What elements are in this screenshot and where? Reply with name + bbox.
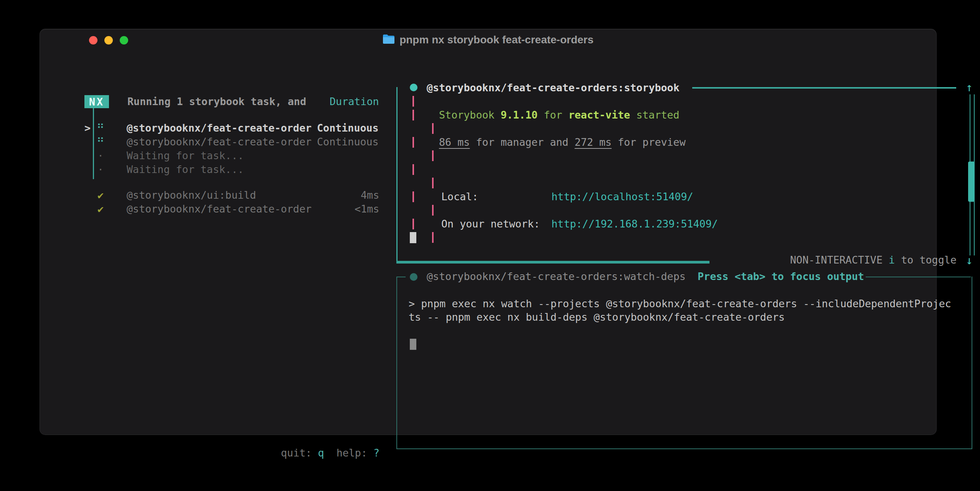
local-label: Local: (441, 190, 478, 204)
output-marker (432, 150, 434, 161)
toggle-key: i (889, 254, 895, 266)
storybook-version: 9.1.10 (501, 109, 538, 121)
task-list-header: Running 1 storybook task, and (127, 95, 306, 109)
focus-output-hint: Press <tab> to focus output (698, 270, 864, 283)
task-row-status: Continuous (317, 121, 379, 135)
nx-tree-line (93, 108, 94, 179)
shortcut-bar: quit: q help: ? (281, 446, 379, 460)
watch-command-line-2: ts -- pnpm exec nx build-deps @storybook… (409, 310, 785, 324)
terminal-window: pnpm nx storybook feat-create-orders NX … (40, 29, 936, 435)
network-url-link[interactable]: http://192.168.1.239:51409/ (551, 217, 718, 231)
nx-badge: NX (84, 95, 109, 108)
task-row[interactable]: @storybooknx/ui:build (127, 188, 256, 202)
idle-indicator-icon (410, 273, 417, 281)
scrollbar-thumb[interactable] (968, 161, 975, 202)
spinner-icon: ⠛ (97, 121, 104, 135)
bottom-pane-cursor (410, 339, 416, 350)
output-marker (412, 137, 414, 148)
bottom-pane-title[interactable]: @storybooknx/feat-create-orders:watch-de… (427, 270, 686, 283)
spinner-icon: ⠛ (97, 135, 104, 149)
top-pane-bottom-border (396, 261, 709, 264)
check-icon: ✔ (97, 202, 104, 216)
pending-bullet-icon: · (97, 149, 104, 163)
bottom-pane-top-rule-left (396, 277, 406, 277)
scroll-down-icon[interactable]: ↓ (966, 255, 973, 266)
noninteractive-hint: NON-INTERACTIVE i to toggle (790, 253, 957, 267)
storybook-builder: react-vite (568, 109, 630, 121)
top-pane-header-rule (692, 87, 956, 89)
top-pane-cursor (410, 232, 416, 243)
bottom-pane-top-rule-right (866, 277, 971, 277)
task-duration: <1ms (355, 202, 379, 216)
duration-column-header: Duration (330, 95, 379, 109)
pending-bullet-icon: · (97, 163, 104, 176)
check-icon: ✔ (97, 188, 104, 202)
task-duration: 4ms (361, 188, 379, 202)
local-url-link[interactable]: http://localhost:51409/ (551, 190, 693, 204)
quit-label: quit: (281, 447, 312, 459)
scroll-up-icon[interactable]: ↑ (966, 82, 973, 93)
output-marker (412, 96, 414, 107)
task-row[interactable]: @storybooknx/feat-create-order (127, 135, 312, 149)
output-marker (432, 232, 434, 243)
watch-command-line-1: > pnpm exec nx watch --projects @storybo… (409, 297, 951, 311)
storybook-started-line: Storybook 9.1.10 for react-vite started (439, 108, 680, 122)
output-marker (432, 178, 434, 188)
task-row[interactable]: Waiting for task... (127, 163, 244, 176)
titlebar: pnpm nx storybook feat-create-orders (40, 29, 936, 50)
output-marker (412, 191, 414, 202)
top-pane-left-border (396, 87, 398, 263)
task-row-status: Continuous (317, 135, 379, 149)
task-row[interactable]: Waiting for task... (127, 149, 244, 163)
output-marker (432, 205, 434, 216)
top-pane-title[interactable]: @storybooknx/feat-create-orders:storyboo… (427, 81, 680, 95)
output-marker (412, 110, 414, 120)
manager-time: 86 ms (439, 136, 470, 148)
screen: pnpm nx storybook feat-create-orders NX … (0, 0, 980, 491)
window-title: pnpm nx storybook feat-create-orders (399, 34, 594, 46)
output-marker (432, 123, 434, 134)
folder-icon (383, 34, 395, 46)
help-label: help: (337, 447, 367, 459)
window-title-area: pnpm nx storybook feat-create-orders (40, 34, 936, 46)
selected-row-caret: > (84, 121, 91, 135)
network-label: On your network: (441, 217, 540, 231)
running-indicator-icon (410, 84, 417, 91)
task-row[interactable]: @storybooknx/feat-create-order (127, 202, 312, 216)
help-key[interactable]: ? (373, 447, 379, 459)
output-marker (412, 219, 414, 229)
output-marker (412, 164, 414, 175)
quit-key[interactable]: q (318, 447, 324, 459)
task-row[interactable]: @storybooknx/feat-create-order (127, 121, 312, 135)
storybook-timing-line: 86 ms for manager and 272 ms for preview (439, 135, 686, 149)
preview-time: 272 ms (575, 136, 612, 148)
